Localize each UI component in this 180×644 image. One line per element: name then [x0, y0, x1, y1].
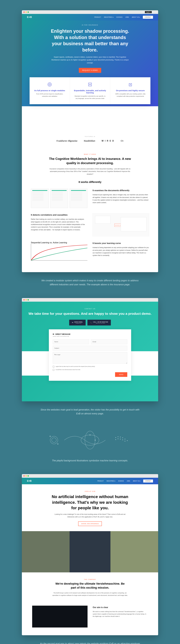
company-title: We're developing the ultimate Verstehmas…: [54, 582, 126, 590]
call-button[interactable]: 📞 CALL +49 89 55067340 Mon–Fri 9–18 CEST: [87, 320, 111, 326]
feature-text: It boosts your learning curve Instead of…: [93, 242, 149, 257]
checkbox-input[interactable]: [53, 366, 54, 368]
browser-chrome: [22, 474, 158, 478]
subject-field[interactable]: [53, 346, 127, 350]
svg-point-13: [115, 437, 116, 438]
minimize-icon[interactable]: [25, 475, 27, 476]
feature-title: It examines the documents differently: [93, 189, 149, 192]
checkbox-label: I agree that my data may be used to proc…: [55, 366, 95, 367]
office-photo: [22, 531, 158, 572]
svg-point-5: [50, 436, 58, 444]
browser-chrome: [22, 298, 158, 302]
top-nav: E×B PRODUCT INDUSTRIES ▾ SCIENCE JOBS AB…: [22, 478, 158, 484]
contact-title: We take time for your questions. And are…: [27, 311, 153, 316]
card-secure: On-premises and highly secure 100% compa…: [110, 77, 151, 104]
document-icon: [70, 189, 87, 208]
caption: The playful background illustrations sym…: [40, 459, 140, 463]
nav-jobs[interactable]: JOBS: [125, 16, 129, 18]
newsletter-checkbox[interactable]: I would like to be informed about news f…: [53, 369, 127, 371]
aim-title: Our aim is clear: [93, 606, 148, 609]
message-field[interactable]: [53, 352, 127, 364]
feature-row-examine: It examines the documents differently In…: [31, 189, 149, 208]
send-button[interactable]: SEND: [115, 372, 127, 377]
privacy-checkbox[interactable]: I agree that my data may be used to proc…: [53, 366, 127, 368]
product-screenshot: [32, 606, 88, 628]
process-icon: [33, 82, 66, 88]
nav-product[interactable]: PRODUCT: [94, 16, 101, 18]
document-previews: [31, 189, 87, 208]
section-title: The Cognitive Workbench brings AI to ins…: [49, 156, 131, 165]
nav-science[interactable]: SCIENCE: [116, 16, 123, 18]
company-section: THE COMPANY We're developing the ultimat…: [22, 572, 158, 603]
feature-row-learning: Sequential Learning vs. Active Learning …: [31, 242, 149, 260]
contact-button[interactable]: CONTACT: [143, 16, 153, 19]
chart-title: Sequential Learning vs. Active Learning: [31, 242, 87, 244]
shield-icon: [114, 82, 147, 88]
email-field[interactable]: [91, 339, 127, 344]
phone-icon: 📞: [90, 322, 92, 324]
maximize-icon[interactable]: [27, 475, 29, 476]
language-switcher[interactable]: English ▾: [145, 11, 152, 13]
logo[interactable]: E×B: [27, 480, 32, 482]
aim-text: Our aim is clear We want to create nothi…: [93, 606, 148, 618]
svg-point-20: [118, 438, 118, 439]
maximize-icon[interactable]: [27, 299, 29, 300]
minimize-icon[interactable]: [25, 299, 27, 300]
contact-button[interactable]: CONTACT: [143, 480, 153, 482]
card-expandable: Expandable, trainable, and actively lear…: [70, 77, 110, 104]
card-title: Expandable, trainable, and actively lear…: [74, 90, 107, 94]
nav-industries[interactable]: INDUSTRIES ▾: [104, 16, 114, 18]
diagram-box: [95, 216, 111, 224]
send-email-button[interactable]: ✉ SEND EMAIL info@exb.de: [69, 320, 86, 326]
nav-about[interactable]: ABOUT US ▾: [133, 480, 141, 482]
form-subtitle: answer within one business day: [53, 336, 127, 337]
jobs-hero: JOBS AT EXB No artificial intelligence w…: [22, 484, 158, 531]
hero-eyebrow: AI FOR INSURANCE: [32, 24, 148, 26]
learning-chart: Sequential Learning vs. Active Learning: [31, 242, 87, 260]
svg-point-10: [85, 431, 95, 449]
card-body: 100% compatible with your existing syste…: [114, 93, 147, 97]
svg-point-0: [48, 83, 51, 86]
nav-industries[interactable]: INDUSTRIES ▾: [107, 480, 115, 482]
svg-point-11: [90, 434, 90, 435]
name-field[interactable]: [53, 339, 89, 344]
checkbox-input[interactable]: [53, 369, 54, 371]
section-subtitle: It works differently: [31, 180, 149, 184]
feature-body: Instead of being dependent on any servic…: [93, 246, 149, 257]
caption: Since the websites main goal is lead gen…: [40, 408, 140, 416]
feature-text: It detects correlations and causalities …: [31, 213, 87, 231]
nav-links: PRODUCT INDUSTRIES ▾ SCIENCE JOBS ABOUT …: [97, 480, 153, 482]
logo-t3n: t3n: [121, 140, 123, 142]
logo[interactable]: E×B: [27, 16, 32, 18]
svg-point-14: [118, 436, 118, 437]
request-demo-button[interactable]: REQUEST A DEMO: [79, 68, 101, 73]
button-label: SEND EMAIL: [74, 321, 83, 323]
caption: We created a modular system which makes …: [40, 278, 140, 286]
caption: As the second goal was to attract new ta…: [40, 642, 140, 644]
card-body: From OCR and text import to classificati…: [33, 93, 66, 97]
section-eyebrow: WHAT IT DOES: [31, 154, 149, 155]
close-icon[interactable]: [23, 12, 25, 13]
close-icon[interactable]: [23, 299, 25, 300]
svg-point-9: [81, 435, 99, 445]
document-icon: [31, 189, 49, 208]
logo-wired: W I R E D: [102, 140, 114, 142]
card-full-process: As full process or single modules From O…: [29, 77, 70, 104]
nav-product[interactable]: PRODUCT: [97, 480, 104, 482]
maximize-icon[interactable]: [27, 12, 29, 13]
feature-title: It detects correlations and causalities: [31, 213, 87, 217]
button-label: CALL +49 89 55067340: [93, 321, 108, 323]
nav-about[interactable]: ABOUT US ▾: [132, 16, 140, 18]
show-openings-button[interactable]: SHOW JOB OPENINGS: [78, 522, 102, 526]
hero-title: Enlighten your shadow processing. With a…: [49, 28, 131, 53]
press-logos: Frankfurter Allgemeine Handelsblatt W I …: [27, 140, 153, 142]
svg-point-8: [57, 444, 58, 444]
nav-science[interactable]: SCIENCE: [118, 480, 124, 482]
feature-body: Instead of just capturing text, data or …: [93, 194, 149, 204]
form-title-text: DIRECT MESSAGE: [55, 333, 70, 335]
hero-body: Expert reports, certificates, doctor's l…: [50, 56, 130, 64]
svg-point-16: [122, 438, 123, 438]
close-icon[interactable]: [23, 475, 25, 476]
minimize-icon[interactable]: [25, 12, 27, 13]
nav-jobs[interactable]: JOBS: [127, 480, 130, 482]
